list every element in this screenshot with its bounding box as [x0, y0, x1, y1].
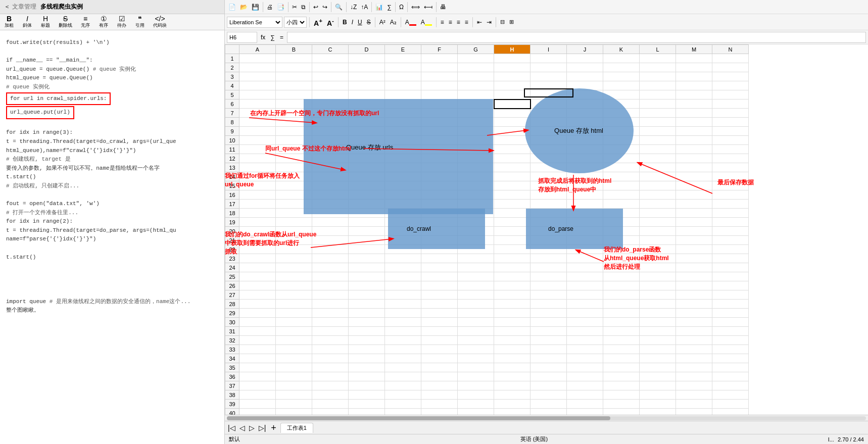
col-header-F[interactable]: F	[421, 45, 458, 54]
cell-22-13[interactable]	[712, 245, 749, 254]
cell-1-1[interactable]	[276, 54, 312, 63]
cell-25-3[interactable]	[349, 272, 385, 281]
cell-37-3[interactable]	[349, 381, 385, 390]
cell-26-9[interactable]	[567, 281, 603, 290]
breadcrumb-back[interactable]: 文章管理	[12, 3, 36, 11]
cell-19-12[interactable]	[676, 218, 712, 227]
cell-20-1[interactable]	[276, 227, 312, 236]
colwidth-button[interactable]: ⟺	[410, 3, 421, 12]
cell-26-3[interactable]	[349, 281, 385, 290]
cell-35-10[interactable]	[603, 363, 640, 372]
cell-32-6[interactable]	[458, 336, 494, 345]
cell-23-5[interactable]	[421, 254, 458, 263]
cell-20-12[interactable]	[676, 227, 712, 236]
cell-5-3[interactable]	[349, 90, 385, 100]
cell-5-4[interactable]	[385, 90, 421, 100]
cell-38-2[interactable]	[312, 390, 349, 400]
cell-1-11[interactable]	[640, 54, 676, 63]
cell-39-11[interactable]	[640, 400, 676, 409]
bold-text-button[interactable]: B	[341, 18, 349, 27]
cell-8-7[interactable]	[494, 118, 531, 127]
cell-33-5[interactable]	[421, 345, 458, 354]
sheet-nav-next[interactable]: ▷	[248, 424, 256, 432]
cell-26-2[interactable]	[312, 281, 349, 290]
cell-33-7[interactable]	[494, 345, 531, 354]
cell-10-12[interactable]	[676, 136, 712, 145]
cell-28-13[interactable]	[712, 300, 749, 309]
todo-button[interactable]: ☑ 待办	[115, 14, 129, 30]
cell-1-8[interactable]	[531, 54, 567, 63]
cell-37-7[interactable]	[494, 381, 531, 390]
cell-19-1[interactable]	[276, 218, 312, 227]
col-header-I[interactable]: I	[531, 45, 567, 54]
cell-40-8[interactable]	[531, 409, 567, 415]
cell-21-1[interactable]	[276, 236, 312, 245]
col-header-M[interactable]: M	[676, 45, 712, 54]
col-header-N[interactable]: N	[712, 45, 749, 54]
cell-32-11[interactable]	[640, 336, 676, 345]
font-size-selector[interactable]: 小四	[284, 17, 307, 28]
cell-3-13[interactable]	[712, 72, 749, 81]
cell-23-0[interactable]	[239, 254, 276, 263]
cell-23-8[interactable]	[531, 254, 567, 263]
cell-32-9[interactable]	[567, 336, 603, 345]
cell-3-1[interactable]	[276, 72, 312, 81]
cell-6-13[interactable]	[712, 100, 749, 109]
cell-16-13[interactable]	[712, 190, 749, 200]
cell-23-4[interactable]	[385, 254, 421, 263]
cell-13-7[interactable]	[494, 163, 531, 172]
cell-25-2[interactable]	[312, 272, 349, 281]
superscript-button[interactable]: A²	[378, 18, 387, 27]
cell-28-3[interactable]	[349, 300, 385, 309]
cell-14-7[interactable]	[494, 172, 531, 181]
sheet-nav-last[interactable]: ▷|	[258, 424, 267, 432]
cell-20-11[interactable]	[640, 227, 676, 236]
font-selector[interactable]: Liberation Se	[227, 17, 282, 28]
cell-40-9[interactable]	[567, 409, 603, 415]
cell-32-0[interactable]	[239, 336, 276, 345]
heading-button[interactable]: H 标题	[38, 14, 53, 30]
formula-input[interactable]	[287, 32, 866, 43]
print-preview-button[interactable]: 🖶	[439, 3, 448, 12]
cell-25-0[interactable]	[239, 272, 276, 281]
cell-27-9[interactable]	[567, 290, 603, 300]
cell-6-0[interactable]	[239, 100, 276, 109]
cell-23-9[interactable]	[567, 254, 603, 263]
horizontal-scrollbar[interactable]	[225, 415, 868, 421]
cell-30-5[interactable]	[421, 318, 458, 327]
cell-3-10[interactable]	[603, 72, 640, 81]
code-button[interactable]: </> 代码块	[151, 14, 169, 30]
cell-30-6[interactable]	[458, 318, 494, 327]
cell-1-5[interactable]	[421, 54, 458, 63]
cell-35-4[interactable]	[385, 363, 421, 372]
cell-4-5[interactable]	[421, 81, 458, 90]
cell-25-11[interactable]	[640, 272, 676, 281]
cell-36-13[interactable]	[712, 372, 749, 381]
cell-10-13[interactable]	[712, 136, 749, 145]
cell-5-2[interactable]	[312, 90, 349, 100]
cell-36-7[interactable]	[494, 372, 531, 381]
cell-38-11[interactable]	[640, 390, 676, 400]
cell-16-9[interactable]	[567, 190, 603, 200]
cell-31-2[interactable]	[312, 327, 349, 336]
cell-15-13[interactable]	[712, 181, 749, 190]
sheet-nav-prev[interactable]: ◁	[238, 424, 246, 432]
cell-32-7[interactable]	[494, 336, 531, 345]
cell-23-13[interactable]	[712, 254, 749, 263]
cell-35-3[interactable]	[349, 363, 385, 372]
cell-11-11[interactable]	[640, 145, 676, 154]
italic-button[interactable]: I 斜体	[20, 14, 34, 30]
bold-button[interactable]: B 加粗	[2, 14, 16, 30]
cell-40-2[interactable]	[312, 409, 349, 415]
justify-button[interactable]: ≡	[463, 18, 470, 27]
italic-text-button[interactable]: I	[350, 18, 355, 27]
cell-38-7[interactable]	[494, 390, 531, 400]
cell-15-11[interactable]	[640, 181, 676, 190]
cell-34-12[interactable]	[676, 354, 712, 363]
cell-38-9[interactable]	[567, 390, 603, 400]
cell-26-10[interactable]	[603, 281, 640, 290]
cell-37-6[interactable]	[458, 381, 494, 390]
cell-35-12[interactable]	[676, 363, 712, 372]
cell-25-7[interactable]	[494, 272, 531, 281]
cell-2-7[interactable]	[494, 63, 531, 72]
